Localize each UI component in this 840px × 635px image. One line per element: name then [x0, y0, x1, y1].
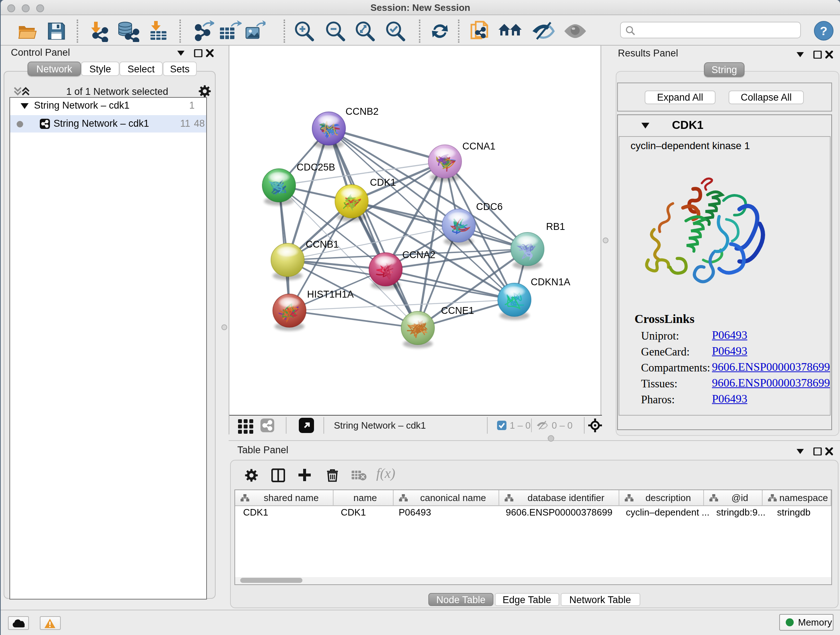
- svg-text:CCNA2: CCNA2: [402, 249, 435, 260]
- svg-text:RB1: RB1: [546, 221, 565, 232]
- svg-text:CDC6: CDC6: [476, 201, 502, 212]
- svg-text:CCNB1: CCNB1: [305, 239, 339, 250]
- svg-text:CDC25B: CDC25B: [296, 162, 335, 173]
- svg-text:HIST1H1A: HIST1H1A: [307, 289, 354, 300]
- svg-text:CCNB2: CCNB2: [345, 106, 378, 117]
- svg-text:CCNE1: CCNE1: [441, 305, 474, 316]
- svg-text:CDK1: CDK1: [370, 177, 396, 188]
- svg-text:?: ?: [820, 24, 828, 38]
- svg-text:CCNA1: CCNA1: [462, 141, 495, 152]
- svg-text:CDKN1A: CDKN1A: [531, 277, 570, 287]
